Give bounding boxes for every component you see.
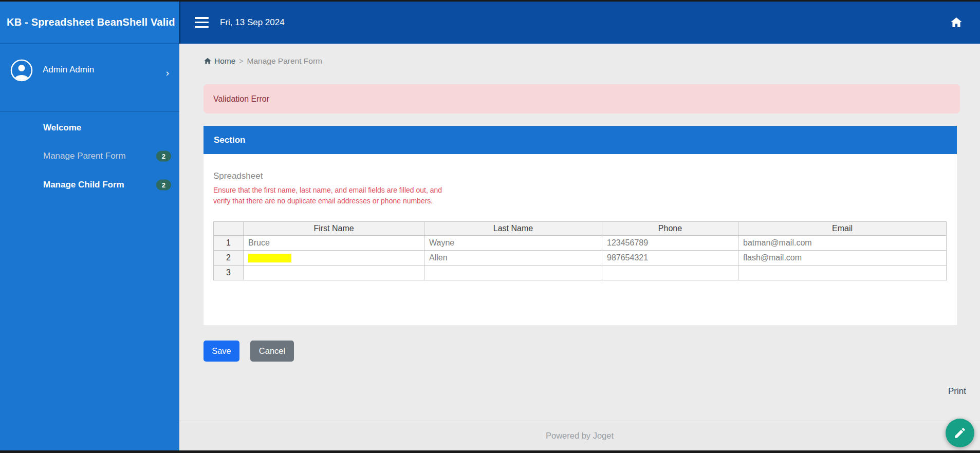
sidebar-item-label: Welcome bbox=[43, 123, 81, 133]
chevron-right-icon: › bbox=[166, 69, 169, 77]
validation-error-text: Validation Error bbox=[213, 95, 269, 104]
cell-phone[interactable]: 987654321 bbox=[602, 251, 738, 266]
error-highlight bbox=[248, 254, 291, 262]
home-icon bbox=[204, 57, 212, 65]
sidebar-item-welcome[interactable]: Welcome bbox=[0, 118, 179, 138]
footer: Powered by Joget bbox=[179, 421, 980, 450]
breadcrumb-home-label: Home bbox=[214, 56, 235, 66]
spreadsheet-error-message: Ensure that the first name, last name, a… bbox=[213, 185, 446, 206]
section-header: Section bbox=[204, 126, 957, 154]
row-number: 1 bbox=[214, 236, 244, 251]
form-section: Section Spreadsheet Ensure that the firs… bbox=[204, 126, 957, 325]
hamburger-menu-icon[interactable] bbox=[195, 17, 209, 28]
table-row: 2 Allen 987654321 flash@mail.com bbox=[214, 251, 947, 266]
spreadsheet-header-row: First Name Last Name Phone Email bbox=[214, 222, 947, 236]
breadcrumb-separator: > bbox=[239, 57, 243, 65]
row-number: 2 bbox=[214, 251, 244, 266]
column-header-first-name: First Name bbox=[244, 222, 424, 236]
window-bottom-edge bbox=[0, 450, 980, 453]
cancel-button[interactable]: Cancel bbox=[250, 341, 294, 362]
cell-last-name[interactable]: Allen bbox=[424, 251, 602, 266]
spreadsheet-field-label: Spreadsheet bbox=[213, 171, 263, 181]
spreadsheet-grid: First Name Last Name Phone Email 1 Bruce… bbox=[213, 221, 947, 280]
print-link[interactable]: Print bbox=[948, 386, 966, 397]
table-row: 1 Bruce Wayne 123456789 batman@mail.com bbox=[214, 236, 947, 251]
cell-email[interactable]: batman@mail.com bbox=[738, 236, 947, 251]
edit-fab-button[interactable] bbox=[946, 419, 974, 447]
pencil-icon bbox=[953, 426, 967, 440]
count-badge: 2 bbox=[156, 151, 171, 162]
table-row: 3 bbox=[214, 266, 947, 280]
cell-last-name[interactable] bbox=[424, 266, 602, 280]
app-title-band: KB - Spreadsheet BeanShell Valid bbox=[0, 2, 179, 44]
column-header-email: Email bbox=[738, 222, 947, 236]
sidebar-divider bbox=[0, 111, 179, 112]
cell-email[interactable] bbox=[738, 266, 947, 280]
sidebar: KB - Spreadsheet BeanShell Valid Admin A… bbox=[0, 2, 179, 450]
sidebar-item-manage-parent-form[interactable]: Manage Parent Form 2 bbox=[0, 146, 179, 166]
cell-phone[interactable]: 123456789 bbox=[602, 236, 738, 251]
cell-email[interactable]: flash@mail.com bbox=[738, 251, 947, 266]
cell-last-name[interactable]: Wayne bbox=[424, 236, 602, 251]
cell-first-name[interactable] bbox=[244, 266, 424, 280]
breadcrumb: Home > Manage Parent Form bbox=[204, 56, 322, 66]
topbar: Fri, 13 Sep 2024 bbox=[179, 2, 980, 44]
breadcrumb-current: Manage Parent Form bbox=[247, 56, 322, 66]
cell-first-name-error[interactable] bbox=[244, 251, 424, 266]
current-date: Fri, 13 Sep 2024 bbox=[220, 17, 285, 28]
row-number: 3 bbox=[214, 266, 244, 280]
app-title: KB - Spreadsheet BeanShell Valid bbox=[7, 16, 175, 28]
user-menu[interactable]: Admin Admin › bbox=[0, 58, 179, 84]
save-button[interactable]: Save bbox=[204, 341, 239, 362]
cell-first-name[interactable]: Bruce bbox=[244, 236, 424, 251]
window-top-edge bbox=[0, 0, 980, 2]
breadcrumb-home-link[interactable]: Home bbox=[204, 56, 235, 66]
row-number-header bbox=[214, 222, 244, 236]
sidebar-item-label: Manage Child Form bbox=[43, 180, 124, 190]
home-icon[interactable] bbox=[950, 16, 963, 29]
column-header-phone: Phone bbox=[602, 222, 738, 236]
cell-phone[interactable] bbox=[602, 266, 738, 280]
column-header-last-name: Last Name bbox=[424, 222, 602, 236]
sidebar-item-label: Manage Parent Form bbox=[43, 151, 126, 161]
section-title: Section bbox=[214, 135, 245, 145]
user-name: Admin Admin bbox=[43, 65, 94, 75]
user-avatar-icon bbox=[10, 59, 33, 82]
count-badge: 2 bbox=[156, 180, 171, 191]
powered-by-text: Powered by Joget bbox=[546, 431, 614, 441]
validation-error-banner: Validation Error bbox=[204, 84, 960, 114]
sidebar-item-manage-child-form[interactable]: Manage Child Form 2 bbox=[0, 175, 179, 195]
